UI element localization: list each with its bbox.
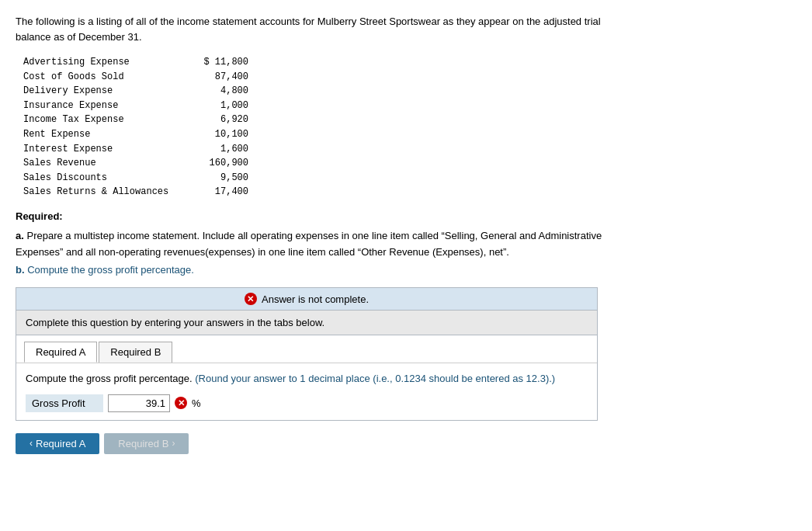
not-complete-label: Answer is not complete. (262, 293, 369, 305)
account-value-4: 6,920 (186, 113, 248, 127)
account-row-0: Advertising Expense $ 11,800 (23, 55, 796, 70)
account-name-6: Interest Expense (23, 142, 186, 157)
nav-buttons: ‹ Required A Required B › (16, 433, 796, 454)
account-row-7: Sales Revenue 160,900 (23, 156, 796, 171)
account-value-0: $ 11,800 (186, 55, 248, 70)
percent-sign: % (192, 397, 201, 409)
required-label: Required: (16, 210, 796, 222)
tab-required-b[interactable]: Required B (99, 342, 172, 363)
account-row-9: Sales Returns & Allowances 17,400 (23, 185, 796, 200)
answer-not-complete-banner: ✕ Answer is not complete. (16, 288, 597, 311)
accounts-table: Advertising Expense $ 11,800 Cost of Goo… (23, 55, 796, 200)
answer-box: ✕ Answer is not complete. Complete this … (16, 287, 598, 421)
account-value-5: 10,100 (186, 127, 248, 142)
tab-required-a[interactable]: Required A (24, 342, 97, 363)
account-name-5: Rent Expense (23, 127, 186, 142)
account-row-1: Cost of Goods Sold 87,400 (23, 70, 796, 85)
gross-profit-hint: (Round your answer to 1 decimal place (i… (195, 373, 555, 384)
gross-profit-instruction-text: Compute the gross profit percentage. (26, 373, 193, 384)
gross-profit-input[interactable] (108, 394, 170, 412)
account-row-6: Interest Expense 1,600 (23, 142, 796, 157)
account-name-4: Income Tax Expense (23, 113, 186, 127)
account-name-2: Delivery Expense (23, 84, 186, 99)
part-b-text: Compute the gross profit percentage. (27, 264, 194, 276)
part-a-text: Prepare a multistep income statement. In… (16, 230, 602, 258)
account-name-0: Advertising Expense (23, 55, 186, 70)
forward-chevron: › (172, 438, 175, 449)
account-value-6: 1,600 (186, 142, 248, 157)
tab-content: Compute the gross profit percentage. (Ro… (16, 363, 597, 420)
back-label: Required A (36, 438, 85, 449)
intro-text: The following is a listing of all of the… (16, 14, 606, 44)
account-name-7: Sales Revenue (23, 156, 186, 171)
gross-profit-label: Gross Profit (26, 394, 103, 412)
account-row-8: Sales Discounts 9,500 (23, 171, 796, 186)
account-value-3: 1,000 (186, 99, 248, 113)
complete-instruction: Complete this question by entering your … (16, 311, 597, 335)
account-name-8: Sales Discounts (23, 171, 186, 186)
back-button[interactable]: ‹ Required A (16, 433, 99, 454)
part-a: a. Prepare a multistep income statement.… (16, 228, 606, 261)
input-error-icon: ✕ (175, 397, 187, 409)
account-name-1: Cost of Goods Sold (23, 70, 186, 85)
gross-profit-row: Gross Profit ✕ % (26, 394, 588, 412)
account-value-9: 17,400 (186, 185, 248, 200)
part-b-prefix: b. (16, 264, 25, 276)
forward-label: Required B (118, 438, 168, 449)
account-row-5: Rent Expense 10,100 (23, 127, 796, 142)
account-value-8: 9,500 (186, 171, 248, 186)
account-value-1: 87,400 (186, 70, 248, 85)
account-row-4: Income Tax Expense 6,920 (23, 113, 796, 127)
account-row-3: Insurance Expense 1,000 (23, 99, 796, 113)
instructions: a. Prepare a multistep income statement.… (16, 228, 606, 278)
gross-profit-instruction: Compute the gross profit percentage. (Ro… (26, 371, 588, 387)
error-icon: ✕ (245, 293, 257, 305)
back-chevron: ‹ (29, 438, 33, 449)
forward-button[interactable]: Required B › (104, 433, 189, 454)
account-value-2: 4,800 (186, 84, 248, 99)
account-name-3: Insurance Expense (23, 99, 186, 113)
tabs-container: Required A Required B (16, 335, 597, 363)
account-value-7: 160,900 (186, 156, 248, 171)
account-row-2: Delivery Expense 4,800 (23, 84, 796, 99)
part-a-prefix: a. (16, 230, 24, 241)
account-name-9: Sales Returns & Allowances (23, 185, 186, 200)
part-b: b. Compute the gross profit percentage. (16, 262, 606, 279)
